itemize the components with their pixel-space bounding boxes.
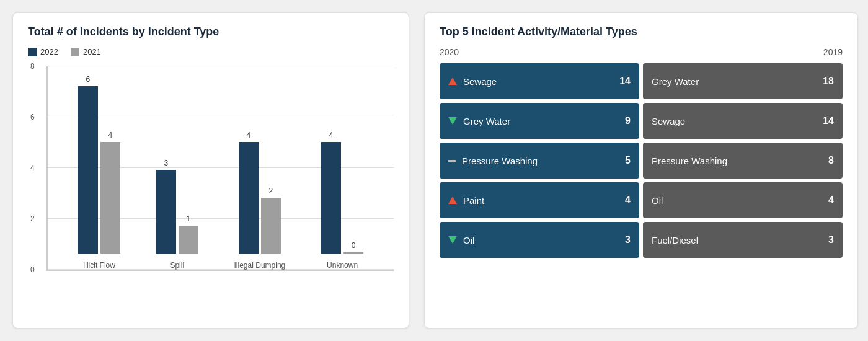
- bar-label-unknown: Unknown: [327, 261, 358, 270]
- top5-grid: Sewage 14 Grey Water 9 Pressure Washing: [440, 63, 843, 258]
- row-2019-oil-count: 4: [828, 195, 834, 206]
- bar-illegal-dumping-2021-value: 2: [269, 187, 273, 195]
- row-2019-oil-name: Oil: [652, 195, 663, 206]
- top5-years: 2020 2019: [440, 47, 843, 57]
- bar-illicit-flow-2022-value: 6: [86, 75, 91, 84]
- bar-pair-spill: 3 1: [156, 170, 198, 254]
- bar-illegal-dumping-2021: 2: [261, 198, 281, 254]
- bar-illicit-flow-2021-value: 4: [108, 131, 113, 140]
- year-2019-label: 2019: [823, 47, 843, 57]
- bar-label-spill: Spill: [170, 261, 184, 270]
- row-2019-sewage-count: 14: [823, 115, 834, 126]
- y-label-2: 2: [30, 215, 35, 223]
- bar-group-illegal-dumping: 4 2 Illegal Dumping: [234, 142, 286, 270]
- col-2019: Grey Water 18 Sewage 14 Pressure Washing…: [643, 63, 843, 258]
- bar-spill-2022: 3: [156, 170, 176, 254]
- row-2020-greywater: Grey Water 9: [440, 103, 639, 139]
- bar-label-illicit-flow: Illicit Flow: [83, 261, 115, 270]
- legend-2021: 2021: [71, 47, 101, 56]
- col-2020: Sewage 14 Grey Water 9 Pressure Washing: [440, 63, 639, 258]
- trend-up-icon: [448, 78, 457, 85]
- row-2020-pressure-washing-name: Pressure Washing: [462, 156, 538, 166]
- row-2019-greywater: Grey Water 18: [643, 63, 843, 99]
- legend-2021-box: [71, 48, 79, 56]
- trend-down-icon-oil: [448, 236, 457, 244]
- row-2019-pressure-washing-count: 8: [828, 155, 834, 166]
- legend-2021-label: 2021: [83, 47, 101, 56]
- row-2019-pressure-washing-name: Pressure Washing: [652, 156, 727, 166]
- bar-unknown-2022: 4: [321, 142, 341, 254]
- row-2020-pressure-washing-left: Pressure Washing: [448, 156, 538, 166]
- y-label-4: 4: [30, 164, 35, 172]
- chart-area: 8 6 4 2 0 6 4: [28, 66, 394, 290]
- row-2020-paint-count: 4: [625, 195, 631, 206]
- row-2020-greywater-left: Grey Water: [448, 116, 510, 126]
- year-2020-label: 2020: [440, 47, 459, 57]
- row-2019-pressure-washing: Pressure Washing 8: [643, 143, 843, 179]
- row-2020-pressure-washing: Pressure Washing 5: [440, 143, 639, 179]
- chart-inner: 8 6 4 2 0 6 4: [46, 66, 394, 271]
- y-label-6: 6: [30, 113, 35, 122]
- incidents-by-type-card: Total # of Incidents by Incident Type 20…: [12, 12, 409, 329]
- dashboard: Total # of Incidents by Incident Type 20…: [0, 0, 868, 341]
- row-2020-oil: Oil 3: [440, 222, 639, 258]
- bar-spill-2021: 1: [179, 226, 198, 254]
- row-2019-fuel-diesel-count: 3: [828, 234, 834, 246]
- bar-illicit-flow-2022: 6: [78, 86, 98, 254]
- row-2019-oil: Oil 4: [643, 182, 843, 218]
- row-2020-greywater-name: Grey Water: [463, 116, 510, 126]
- trend-dash-icon: [448, 160, 456, 162]
- bar-unknown-2021: 0: [343, 252, 363, 254]
- row-2020-pressure-washing-count: 5: [625, 155, 631, 166]
- row-2020-paint: Paint 4: [440, 182, 639, 218]
- bar-pair-unknown: 4 0: [321, 142, 363, 254]
- bar-illicit-flow-2021: 4: [100, 142, 120, 254]
- bar-unknown-2021-value: 0: [352, 241, 356, 250]
- bar-spill-2021-value: 1: [186, 215, 190, 223]
- legend-2022: 2022: [28, 47, 58, 56]
- row-2019-sewage-name: Sewage: [652, 116, 685, 126]
- legend: 2022 2021: [28, 47, 394, 56]
- row-2020-oil-left: Oil: [448, 235, 474, 246]
- bars-container: 6 4 Illicit Flow 3: [48, 66, 394, 270]
- row-2020-oil-name: Oil: [463, 235, 474, 246]
- bar-illegal-dumping-2022: 4: [239, 142, 259, 254]
- legend-2022-box: [28, 48, 37, 56]
- bar-unknown-2022-value: 4: [329, 131, 334, 140]
- row-2019-fuel-diesel: Fuel/Diesel 3: [643, 222, 843, 258]
- row-2020-paint-left: Paint: [448, 195, 484, 206]
- row-2020-sewage-name: Sewage: [463, 76, 497, 87]
- bar-pair-illicit-flow: 6 4: [78, 86, 120, 254]
- bar-pair-illegal-dumping: 4 2: [239, 142, 281, 254]
- row-2020-sewage-left: Sewage: [448, 76, 497, 87]
- trend-up-icon-paint: [448, 197, 457, 204]
- bar-spill-2022-value: 3: [164, 159, 168, 167]
- row-2019-sewage: Sewage 14: [643, 103, 843, 139]
- legend-2022-label: 2022: [40, 47, 58, 56]
- bar-illegal-dumping-2022-value: 4: [247, 131, 251, 140]
- y-label-8: 8: [30, 62, 35, 71]
- right-card-title: Top 5 Incident Activity/Material Types: [440, 25, 843, 38]
- row-2019-greywater-name: Grey Water: [652, 76, 699, 87]
- row-2020-paint-name: Paint: [463, 195, 484, 206]
- bar-label-illegal-dumping: Illegal Dumping: [234, 261, 286, 270]
- left-card-title: Total # of Incidents by Incident Type: [28, 25, 394, 38]
- row-2019-fuel-diesel-name: Fuel/Diesel: [652, 235, 698, 246]
- bar-group-unknown: 4 0 Unknown: [321, 142, 363, 270]
- row-2020-oil-count: 3: [625, 234, 631, 246]
- trend-down-icon: [448, 117, 457, 125]
- bar-group-spill: 3 1 Spill: [156, 170, 198, 270]
- row-2020-sewage: Sewage 14: [440, 63, 639, 99]
- row-2020-greywater-count: 9: [625, 115, 631, 126]
- row-2019-greywater-count: 18: [823, 76, 834, 87]
- top5-card: Top 5 Incident Activity/Material Types 2…: [424, 12, 858, 329]
- bar-group-illicit-flow: 6 4 Illicit Flow: [78, 86, 120, 270]
- y-label-0: 0: [30, 265, 35, 274]
- row-2020-sewage-count: 14: [619, 76, 631, 87]
